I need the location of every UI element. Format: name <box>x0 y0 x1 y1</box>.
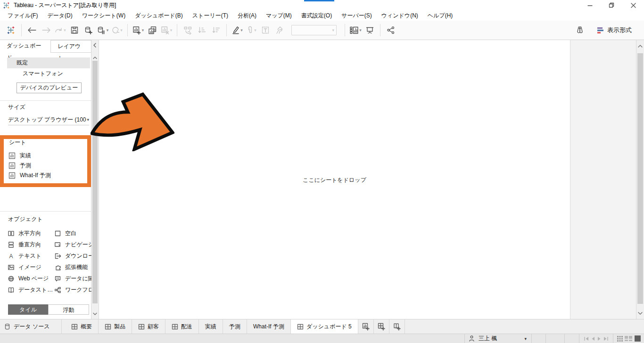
sheet-item-jisseki[interactable]: 実績 <box>0 151 91 161</box>
download-icon <box>54 253 61 260</box>
show-me-button[interactable]: 表示形式 <box>596 26 632 34</box>
floating-button[interactable]: 浮動 <box>48 304 89 315</box>
show-mark-labels-button[interactable] <box>259 24 272 37</box>
size-dropdown[interactable]: デスクトップ ブラウザー (1000 … ▾ <box>8 114 89 125</box>
tableau-logo-button[interactable] <box>5 24 17 37</box>
new-dashboard-tab-button[interactable] <box>374 319 389 334</box>
tab-jisseki[interactable]: 実績 <box>199 319 223 334</box>
scroll-up-arrow[interactable] <box>93 54 97 61</box>
dropdown-caret-icon[interactable]: ▾ <box>254 28 256 33</box>
last-icon[interactable] <box>603 336 609 341</box>
menu-file[interactable]: ファイル(F) <box>3 10 42 21</box>
scrollbar-thumb[interactable] <box>92 61 98 303</box>
tab-haisou[interactable]: 配送 <box>165 319 199 334</box>
forward-button[interactable] <box>40 24 52 37</box>
object-horizontal[interactable]: 水平方向 <box>8 228 54 239</box>
device-preview-button[interactable]: デバイスのプレビュー <box>17 82 82 93</box>
presentation-view-icon[interactable] <box>635 335 641 342</box>
close-button[interactable] <box>622 0 644 10</box>
sort-descending-button[interactable] <box>210 24 222 37</box>
tab-dashboard-5[interactable]: ダッシュボード 5 <box>291 319 358 334</box>
menu-analysis[interactable]: 分析(A) <box>233 10 261 21</box>
image-icon <box>8 264 15 271</box>
device-item-phone[interactable]: スマートフォン <box>7 68 90 79</box>
data-source-tab[interactable]: データ ソース <box>0 319 62 334</box>
sheet-item-whatif[interactable]: What-If 予測 <box>0 171 91 180</box>
menu-window[interactable]: ウィンドウ(N) <box>377 10 423 21</box>
save-button[interactable] <box>68 24 81 37</box>
swap-rows-columns-button[interactable] <box>182 24 194 37</box>
menu-help[interactable]: ヘルプ(H) <box>423 10 458 21</box>
group-members-button[interactable]: ▾ <box>245 24 257 37</box>
grid-view-icon[interactable] <box>617 335 623 342</box>
tab-kokyaku[interactable]: 顧客 <box>132 319 165 334</box>
new-story-tab-button[interactable] <box>389 319 405 334</box>
previous-icon[interactable] <box>591 336 595 341</box>
scroll-up-arrow[interactable] <box>638 43 643 49</box>
fit-selector-dropdown[interactable]: ▾ <box>291 25 337 35</box>
clear-sheet-button[interactable]: ▾ <box>160 24 173 37</box>
scroll-down-arrow[interactable] <box>93 310 97 317</box>
fix-axes-button[interactable] <box>273 24 286 37</box>
dashboard-icon <box>71 324 78 330</box>
find-button[interactable] <box>574 24 586 37</box>
scroll-down-arrow[interactable] <box>638 310 643 317</box>
tab-layout[interactable]: レイアウト <box>50 40 91 53</box>
back-button[interactable] <box>26 24 38 37</box>
menu-server[interactable]: サーバー(S) <box>337 10 377 21</box>
redo-button[interactable]: ▾ <box>54 24 66 37</box>
dropdown-caret-icon[interactable]: ▾ <box>64 28 66 33</box>
dropdown-caret-icon[interactable]: ▾ <box>142 28 144 33</box>
menu-dashboard[interactable]: ダッシュボード(B) <box>130 10 188 21</box>
presentation-mode-button[interactable] <box>363 24 376 37</box>
show-hide-cards-button[interactable]: ▾ <box>349 24 362 37</box>
restore-button[interactable] <box>601 0 622 10</box>
first-icon[interactable] <box>584 336 589 341</box>
menu-worksheet[interactable]: ワークシート(W) <box>77 10 130 21</box>
next-icon[interactable] <box>597 336 601 341</box>
tab-yosoku[interactable]: 予測 <box>223 319 247 334</box>
toolbar-separator <box>21 24 22 36</box>
dropdown-caret-icon: ▾ <box>87 117 89 122</box>
new-data-source-button[interactable] <box>83 24 95 37</box>
tab-dashboard[interactable]: ダッシュボード <box>0 40 50 53</box>
dropdown-caret-icon[interactable]: ▾ <box>170 28 173 33</box>
sort-ascending-button[interactable] <box>196 24 208 37</box>
dashboard-icon <box>172 324 178 330</box>
minimize-button[interactable] <box>579 0 601 10</box>
collapse-pane-icon[interactable] <box>92 42 97 50</box>
dropdown-caret-icon[interactable]: ▾ <box>120 28 123 33</box>
device-item-default[interactable]: 既定 <box>7 57 90 68</box>
pause-auto-updates-button[interactable]: ▾ <box>97 24 109 37</box>
menu-data[interactable]: データ(D) <box>42 10 77 21</box>
tab-seihin[interactable]: 製品 <box>99 319 132 334</box>
dropdown-caret-icon[interactable]: ▾ <box>332 28 334 33</box>
tab-whatif-yosoku[interactable]: What-If 予測 <box>247 319 291 334</box>
duplicate-sheet-button[interactable] <box>146 24 158 37</box>
object-text[interactable]: Aテキスト <box>8 250 54 261</box>
object-data-story[interactable]: データスト… <box>8 284 54 295</box>
dropdown-caret-icon[interactable]: ▾ <box>240 28 243 33</box>
slides-view-icon[interactable] <box>625 335 633 342</box>
menu-map[interactable]: マップ(M) <box>261 10 297 21</box>
tab-gaiyou[interactable]: 概要 <box>65 319 99 334</box>
object-vertical[interactable]: 垂直方向 <box>8 239 54 250</box>
scrollbar-thumb[interactable] <box>637 53 643 304</box>
highlight-button[interactable]: ▾ <box>231 24 243 37</box>
tiled-button[interactable]: タイル <box>8 304 48 315</box>
menu-format[interactable]: 書式設定(O) <box>297 10 337 21</box>
object-web-page[interactable]: Web ページ <box>8 273 54 284</box>
dashboard-canvas[interactable]: ここにシートをドロップ <box>99 40 570 319</box>
view-mode-buttons <box>613 334 644 343</box>
new-worksheet-button[interactable]: ▾ <box>132 24 144 37</box>
title-bar: Tableau - スーパーストア[読み取り専用] <box>0 0 644 10</box>
object-image[interactable]: イメージ <box>8 261 54 273</box>
new-worksheet-tab-button[interactable] <box>358 319 374 334</box>
dropdown-caret-icon[interactable]: ▾ <box>107 28 109 33</box>
user-filter-dropdown[interactable]: 三上 楓 ▾ <box>464 334 531 343</box>
refresh-data-source-button[interactable]: ▾ <box>111 24 123 37</box>
dropdown-caret-icon[interactable]: ▾ <box>359 28 362 33</box>
share-button[interactable] <box>385 24 397 37</box>
sheet-item-yosoku[interactable]: 予測 <box>0 161 91 171</box>
menu-story[interactable]: ストーリー(T) <box>188 10 233 21</box>
